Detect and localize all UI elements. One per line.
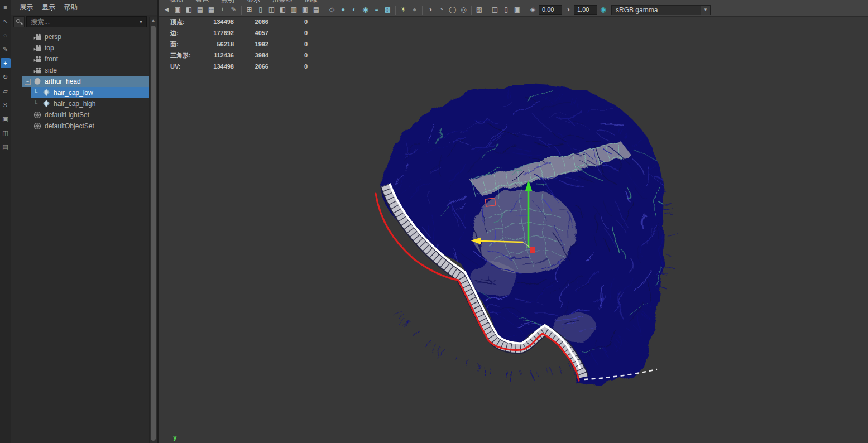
viewport-canvas[interactable]	[159, 17, 868, 443]
hud-value: 177692	[210, 30, 234, 37]
outliner-item-side[interactable]: side	[11, 65, 157, 76]
select-tool-icon[interactable]: ↖	[1, 16, 11, 26]
bookmark-icon[interactable]: ▤	[195, 4, 205, 15]
smooth-shade-icon[interactable]: ●	[338, 4, 348, 15]
outliner-menu-display[interactable]: 展示	[16, 2, 37, 13]
use-all-lights-icon[interactable]: ☀	[398, 4, 409, 15]
search-placeholder: 搜索...	[31, 17, 137, 27]
viewport-toolbar: ◄▣◧▤▦+✎⊞▯◫◧▥▣▤◇●◐◉◒▩☀●◑◔◯◎▨◫▯▣◈0.00◑1.00…	[159, 3, 868, 17]
outliner-item-persp[interactable]: persp	[11, 31, 157, 42]
view-transform-dropdown[interactable]: sRGB gamma▼	[611, 5, 711, 15]
maya-window: ≡↖◌✎+↻▱S▣◫▤ 展示显示帮助 搜索... ▼ persptopfront…	[0, 0, 868, 443]
grease-pencil-icon[interactable]: ✎	[228, 4, 239, 15]
scroll-up-icon[interactable]: ▲	[150, 17, 157, 25]
hud-value: 2066	[234, 18, 268, 26]
isolate-select-icon[interactable]: ▨	[474, 4, 485, 15]
search-input[interactable]: 搜索... ▼	[26, 16, 147, 27]
select-camera-icon[interactable]: ◄	[161, 4, 172, 15]
outliner-menu-help[interactable]: 帮助	[60, 2, 81, 13]
layout-split-pane-icon[interactable]: ▤	[1, 142, 11, 152]
hud-value: 0	[268, 63, 308, 70]
camera-attributes-icon[interactable]: ◧	[184, 4, 194, 15]
toolbar-separator	[241, 6, 242, 15]
viewport-3d[interactable]: 顶点:13449820660边:17769240570面:5621819920三…	[159, 17, 868, 443]
wireframe-on-shaded-icon[interactable]: ◉	[360, 4, 371, 15]
toolbar-separator	[324, 6, 324, 15]
item-label: hair_cap_low	[54, 89, 93, 97]
curve-tool-icon[interactable]: S	[1, 100, 11, 110]
safe-title-icon[interactable]: ▤	[311, 4, 322, 15]
film-gate-icon[interactable]: ▯	[255, 4, 266, 15]
occlusion-icon[interactable]: ◑	[425, 4, 435, 15]
xray-icon[interactable]: ◫	[490, 4, 500, 15]
gamma-field[interactable]: 1.00	[574, 5, 597, 15]
item-label: front	[45, 55, 58, 63]
snapshot-icon[interactable]: ▣	[512, 4, 522, 15]
textured-icon[interactable]: ◐	[349, 4, 359, 15]
field-chart-icon[interactable]: ▥	[289, 4, 299, 15]
outliner-menu-show[interactable]: 显示	[38, 2, 59, 13]
outliner-scrollbar[interactable]: ▲	[149, 17, 157, 443]
tree-connector-icon: └	[33, 98, 41, 109]
toolbar-separator	[395, 6, 396, 15]
menu-icon[interactable]: ≡	[1, 2, 11, 12]
anti-alias-icon[interactable]: ◯	[447, 4, 458, 15]
paint-select-tool-icon[interactable]: ✎	[1, 44, 11, 54]
shadows-icon[interactable]: ●	[409, 4, 420, 15]
manip-center-handle[interactable]	[530, 247, 535, 253]
resolution-gate-icon[interactable]: ◫	[266, 4, 277, 15]
outliner-item-hair_cap_high[interactable]: └hair_cap_high	[11, 98, 157, 109]
scalp-gray-patch	[473, 189, 576, 274]
image-plane-icon[interactable]: ▦	[206, 4, 217, 15]
lock-camera-icon[interactable]: ▣	[172, 4, 183, 15]
toolbar-separator	[422, 6, 423, 15]
outliner-item-arthur_head[interactable]: −arthur_head	[11, 76, 157, 87]
hud-row-label: 三角形:	[170, 52, 210, 59]
wireframe-icon[interactable]: ◇	[327, 4, 337, 15]
toolbar-separator	[525, 6, 525, 15]
checker-icon[interactable]: ▩	[382, 4, 393, 15]
outliner-item-top[interactable]: top	[11, 42, 157, 54]
default-material-icon[interactable]: ◒	[371, 4, 382, 15]
exposure-field[interactable]: 0.00	[539, 5, 562, 15]
scale-tool-icon[interactable]: ▱	[1, 86, 11, 96]
transform-icon	[33, 78, 43, 85]
outliner-search-row: 搜索... ▼	[11, 15, 157, 29]
depth-of-field-icon[interactable]: ◎	[458, 4, 469, 15]
poly-count-hud: 顶点:13449820660边:17769240570面:5621819920三…	[170, 18, 308, 70]
hud-value: 112436	[210, 52, 234, 59]
rotate-tool-icon[interactable]: ↻	[1, 72, 11, 82]
hud-value: 134498	[210, 63, 234, 70]
grid-icon[interactable]: ⊞	[244, 4, 255, 15]
hud-value: 1992	[234, 41, 268, 48]
layout-four-pane-icon[interactable]: ◫	[1, 128, 11, 138]
lasso-tool-icon[interactable]: ◌	[1, 30, 11, 40]
hud-value: 0	[268, 41, 308, 48]
viewport-pane: 视图着色照明显示渲染器面板 ◄▣◧▤▦+✎⊞▯◫◧▥▣▤◇●◐◉◒▩☀●◑◔◯◎…	[159, 0, 868, 443]
move-tool-icon[interactable]: +	[1, 58, 11, 68]
safe-action-icon[interactable]: ▣	[300, 4, 310, 15]
hud-value: 134498	[210, 18, 234, 26]
mesh-icon	[42, 100, 52, 108]
search-filter-button[interactable]	[13, 16, 25, 27]
scrollbar-thumb[interactable]	[151, 26, 156, 441]
motion-blur-icon[interactable]: ◔	[436, 4, 447, 15]
hud-value: 2066	[234, 63, 268, 70]
gamma-icon[interactable]: ◑	[563, 4, 573, 15]
exposure-icon[interactable]: ◈	[527, 4, 538, 15]
camera-icon	[33, 66, 43, 74]
color-management-icon[interactable]: ◉	[598, 4, 608, 15]
layout-single-pane-icon[interactable]: ▣	[1, 114, 11, 124]
pan-zoom-icon[interactable]: +	[217, 4, 228, 15]
outliner-item-defaultObjectSet[interactable]: defaultObjectSet	[11, 121, 157, 132]
joints-xray-icon[interactable]: ▯	[501, 4, 511, 15]
gate-mask-icon[interactable]: ◧	[277, 4, 288, 15]
outliner-item-hair_cap_low[interactable]: └hair_cap_low	[11, 87, 157, 98]
expander-minus-icon[interactable]: −	[25, 79, 31, 85]
hud-value: 0	[268, 52, 308, 59]
set-icon	[33, 122, 43, 130]
outliner-item-defaultLightSet[interactable]: defaultLightSet	[11, 109, 157, 121]
outliner-item-front[interactable]: front	[11, 54, 157, 65]
toolbar-separator	[487, 6, 487, 15]
chevron-down-icon[interactable]: ▼	[137, 20, 145, 25]
